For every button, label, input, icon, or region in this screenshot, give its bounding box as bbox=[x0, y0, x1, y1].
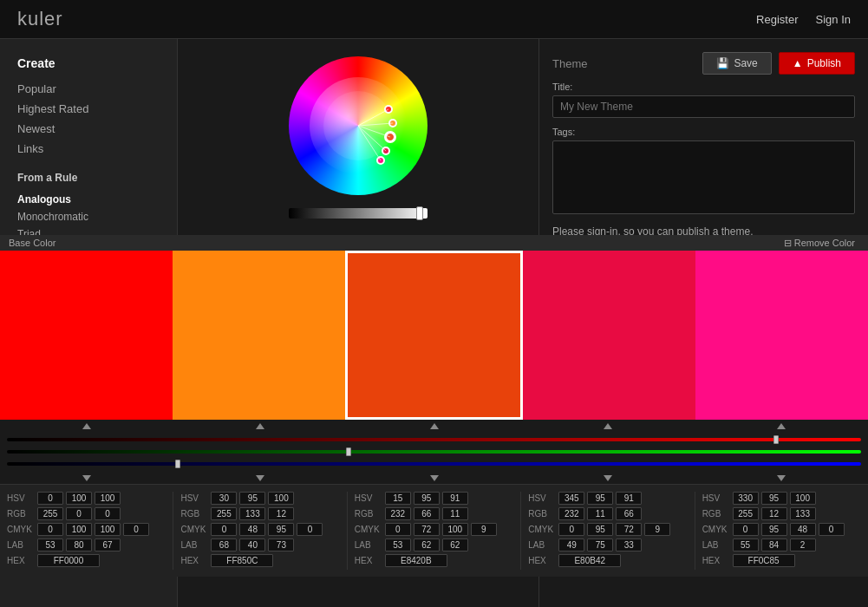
color-bar-0[interactable] bbox=[0, 251, 173, 420]
brightness-slider[interactable] bbox=[289, 208, 427, 219]
rgb-g-1[interactable] bbox=[239, 507, 265, 520]
lab-a-2[interactable] bbox=[414, 538, 440, 552]
rgb-b-4[interactable] bbox=[790, 507, 816, 520]
lab-b-2[interactable] bbox=[442, 538, 468, 552]
save-button[interactable]: 💾 Save bbox=[702, 52, 771, 75]
sidebar-item-newest[interactable]: Newest bbox=[0, 119, 177, 139]
sidebar-item-highest-rated[interactable]: Highest Rated bbox=[0, 99, 177, 119]
hsv-h-4[interactable] bbox=[733, 492, 759, 505]
wheel-dot-4[interactable] bbox=[382, 147, 390, 155]
create-title[interactable]: Create bbox=[0, 52, 177, 79]
signin-link[interactable]: Sign In bbox=[816, 13, 851, 26]
publish-button[interactable]: ▲ Publish bbox=[779, 52, 855, 75]
hsv-v-4[interactable] bbox=[790, 492, 816, 505]
red-slider-handle[interactable] bbox=[773, 435, 779, 444]
rgb-b-2[interactable] bbox=[442, 507, 468, 520]
green-slider-track[interactable] bbox=[7, 450, 861, 454]
cmyk-y-2[interactable] bbox=[442, 523, 468, 536]
cmyk-m-0[interactable] bbox=[66, 523, 92, 536]
lab-b-3[interactable] bbox=[616, 538, 642, 552]
cmyk-m-1[interactable] bbox=[239, 523, 265, 536]
red-slider-track[interactable] bbox=[7, 438, 861, 441]
color-wheel[interactable] bbox=[289, 56, 427, 195]
rgb-g-4[interactable] bbox=[761, 507, 787, 520]
hsv-s-3[interactable] bbox=[587, 492, 613, 505]
lab-a-1[interactable] bbox=[239, 538, 265, 552]
hsv-h-0[interactable] bbox=[37, 492, 63, 505]
hsv-s-1[interactable] bbox=[239, 492, 265, 505]
color-bar-4[interactable] bbox=[695, 251, 868, 420]
rgb-b-1[interactable] bbox=[268, 507, 294, 520]
rgb-g-2[interactable] bbox=[414, 507, 440, 520]
color-bar-2[interactable] bbox=[345, 251, 523, 420]
brightness-handle[interactable] bbox=[416, 206, 423, 220]
rgb-b-3[interactable] bbox=[616, 507, 642, 520]
cmyk-k-0[interactable] bbox=[123, 523, 149, 536]
hex-val-1[interactable] bbox=[211, 554, 273, 567]
remove-color-btn[interactable]: ⊟ Remove Color bbox=[178, 238, 868, 249]
cmyk-c-1[interactable] bbox=[211, 523, 237, 536]
color-wheel-container[interactable] bbox=[289, 56, 427, 195]
rgb-r-1[interactable] bbox=[211, 507, 237, 520]
wheel-dot-center[interactable] bbox=[384, 131, 396, 143]
lab-a-3[interactable] bbox=[587, 538, 613, 552]
hex-val-3[interactable] bbox=[558, 554, 621, 567]
cmyk-c-4[interactable] bbox=[733, 523, 759, 536]
cmyk-k-2[interactable] bbox=[471, 523, 497, 536]
sidebar-item-links[interactable]: Links bbox=[0, 139, 177, 159]
blue-slider-track[interactable] bbox=[7, 462, 861, 466]
hsv-s-2[interactable] bbox=[414, 492, 440, 505]
wheel-dot-5[interactable] bbox=[376, 156, 385, 165]
cmyk-c-3[interactable] bbox=[558, 523, 584, 536]
cmyk-y-4[interactable] bbox=[790, 523, 816, 536]
hsv-s-4[interactable] bbox=[761, 492, 787, 505]
lab-b-0[interactable] bbox=[95, 538, 121, 552]
sidebar-item-popular[interactable]: Popular bbox=[0, 79, 177, 99]
rgb-r-0[interactable] bbox=[37, 507, 63, 520]
lab-l-4[interactable] bbox=[733, 538, 759, 552]
register-link[interactable]: Register bbox=[756, 13, 798, 26]
wheel-dot-1[interactable] bbox=[384, 105, 393, 114]
cmyk-m-2[interactable] bbox=[414, 523, 440, 536]
hsv-v-2[interactable] bbox=[442, 492, 468, 505]
rgb-g-3[interactable] bbox=[587, 507, 613, 520]
wheel-dot-2[interactable] bbox=[388, 119, 397, 127]
cmyk-c-2[interactable] bbox=[385, 523, 411, 536]
cmyk-k-1[interactable] bbox=[297, 523, 323, 536]
hsv-s-0[interactable] bbox=[66, 492, 92, 505]
rgb-g-0[interactable] bbox=[66, 507, 92, 520]
rgb-r-4[interactable] bbox=[733, 507, 759, 520]
cmyk-m-3[interactable] bbox=[587, 523, 613, 536]
tags-input[interactable] bbox=[552, 140, 855, 214]
rgb-r-2[interactable] bbox=[385, 507, 411, 520]
lab-b-4[interactable] bbox=[790, 538, 816, 552]
lab-b-1[interactable] bbox=[268, 538, 294, 552]
hsv-h-3[interactable] bbox=[558, 492, 584, 505]
color-bar-1[interactable] bbox=[173, 251, 345, 420]
rule-monochromatic[interactable]: Monochromatic bbox=[0, 208, 177, 225]
cmyk-m-4[interactable] bbox=[761, 523, 787, 536]
lab-l-3[interactable] bbox=[558, 538, 584, 552]
hex-val-2[interactable] bbox=[385, 554, 447, 567]
green-slider-handle[interactable] bbox=[346, 447, 351, 456]
hsv-h-1[interactable] bbox=[211, 492, 237, 505]
lab-a-4[interactable] bbox=[761, 538, 787, 552]
cmyk-y-0[interactable] bbox=[95, 523, 121, 536]
cmyk-y-1[interactable] bbox=[268, 523, 294, 536]
hsv-v-3[interactable] bbox=[616, 492, 642, 505]
hex-val-0[interactable] bbox=[37, 554, 100, 567]
lab-l-2[interactable] bbox=[385, 538, 411, 552]
color-bar-3[interactable] bbox=[523, 251, 695, 420]
cmyk-c-0[interactable] bbox=[37, 523, 63, 536]
cmyk-y-3[interactable] bbox=[616, 523, 642, 536]
hex-val-4[interactable] bbox=[733, 554, 795, 567]
lab-l-1[interactable] bbox=[211, 538, 237, 552]
cmyk-k-3[interactable] bbox=[644, 523, 670, 536]
hsv-h-2[interactable] bbox=[385, 492, 411, 505]
cmyk-k-4[interactable] bbox=[819, 523, 845, 536]
lab-l-0[interactable] bbox=[37, 538, 63, 552]
blue-slider-handle[interactable] bbox=[175, 460, 180, 468]
rgb-b-0[interactable] bbox=[95, 507, 121, 520]
rule-analogous[interactable]: Analogous bbox=[0, 191, 177, 208]
hsv-v-1[interactable] bbox=[268, 492, 294, 505]
